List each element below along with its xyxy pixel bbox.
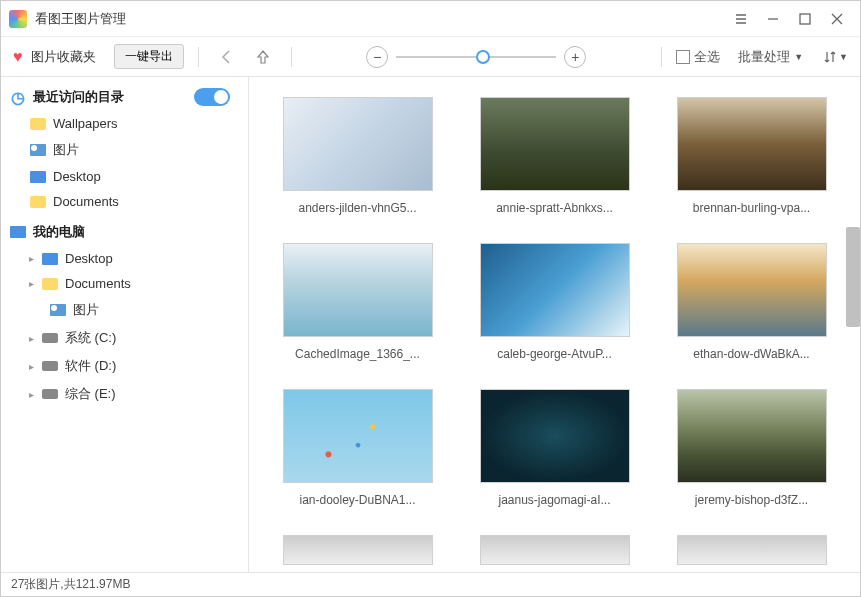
- monitor-icon: [42, 253, 58, 265]
- sidebar-item-wallpapers[interactable]: Wallpapers: [1, 111, 248, 136]
- expand-icon[interactable]: ▸: [29, 333, 39, 344]
- thumbnail-label: jaanus-jagomagi-aI...: [498, 493, 610, 507]
- expand-icon[interactable]: ▸: [29, 389, 39, 400]
- status-text: 27张图片,共121.97MB: [11, 576, 130, 593]
- heart-icon: ♥: [13, 48, 23, 66]
- chevron-down-icon: ▼: [794, 52, 803, 62]
- thumbnail-image: [283, 535, 433, 565]
- thumbnail-item[interactable]: brennan-burling-vpa...: [673, 97, 830, 215]
- main: ◷ 最近访问的目录 Wallpapers 图片 Desktop Document…: [1, 77, 860, 572]
- thumbnail-image: [283, 243, 433, 337]
- thumbnail-image: [677, 389, 827, 483]
- up-button[interactable]: [249, 43, 277, 71]
- sidebar-item-documents[interactable]: Documents: [1, 189, 248, 214]
- thumbnail-item[interactable]: jaanus-jagomagi-aI...: [476, 389, 633, 507]
- statusbar: 27张图片,共121.97MB: [1, 572, 860, 596]
- maximize-button[interactable]: [790, 5, 820, 33]
- scrollbar[interactable]: [846, 227, 860, 327]
- divider: [291, 47, 292, 67]
- thumbnail-image: [283, 97, 433, 191]
- thumbnail-item[interactable]: [279, 535, 436, 565]
- toolbar: ♥ 图片收藏夹 一键导出 − + 全选 批量处理 ▼ ▼: [1, 37, 860, 77]
- folder-icon: [42, 278, 58, 290]
- thumbnail-image: [677, 97, 827, 191]
- mycomputer-label: 我的电脑: [33, 223, 85, 241]
- thumbnail-item[interactable]: anders-jilden-vhnG5...: [279, 97, 436, 215]
- sidebar-item-pictures2[interactable]: 图片: [1, 296, 248, 324]
- thumbnail-label: annie-spratt-Abnkxs...: [496, 201, 613, 215]
- sort-button[interactable]: ▼: [823, 50, 848, 64]
- thumbnail-label: anders-jilden-vhnG5...: [298, 201, 416, 215]
- divider: [198, 47, 199, 67]
- thumbnail-item[interactable]: caleb-george-AtvuP...: [476, 243, 633, 361]
- expand-icon[interactable]: ▸: [29, 278, 39, 289]
- minimize-button[interactable]: [758, 5, 788, 33]
- chevron-down-icon: ▼: [839, 52, 848, 62]
- thumbnail-image: [480, 535, 630, 565]
- folder-icon: [30, 118, 46, 130]
- thumbnail-image: [480, 97, 630, 191]
- expand-icon[interactable]: ▸: [29, 253, 39, 264]
- titlebar: 看图王图片管理: [1, 1, 860, 37]
- folder-icon: [30, 196, 46, 208]
- content-area: anders-jilden-vhnG5... annie-spratt-Abnk…: [249, 77, 860, 572]
- thumbnail-label: ian-dooley-DuBNA1...: [299, 493, 415, 507]
- sidebar-item-drive-c[interactable]: ▸系统 (C:): [1, 324, 248, 352]
- svg-rect-0: [800, 14, 810, 24]
- expand-icon[interactable]: ▸: [29, 361, 39, 372]
- thumbnail-image: [480, 243, 630, 337]
- select-all-checkbox[interactable]: 全选: [676, 48, 720, 66]
- batch-label: 批量处理: [738, 48, 790, 66]
- app-icon: [9, 10, 27, 28]
- back-button[interactable]: [213, 43, 241, 71]
- select-all-label: 全选: [694, 48, 720, 66]
- clock-icon: ◷: [9, 90, 27, 104]
- favorites-label[interactable]: 图片收藏夹: [31, 48, 96, 66]
- disk-icon: [42, 389, 58, 399]
- checkbox-icon: [676, 50, 690, 64]
- thumbnail-item[interactable]: CachedImage_1366_...: [279, 243, 436, 361]
- export-button[interactable]: 一键导出: [114, 44, 184, 69]
- sidebar-item-documents2[interactable]: ▸Documents: [1, 271, 248, 296]
- zoom-thumb[interactable]: [476, 50, 490, 64]
- thumbnail-image: [677, 243, 827, 337]
- thumbnail-grid: anders-jilden-vhnG5... annie-spratt-Abnk…: [279, 97, 830, 565]
- thumbnail-label: ethan-dow-dWaBkA...: [693, 347, 809, 361]
- thumbnail-image: [283, 389, 433, 483]
- thumbnail-label: CachedImage_1366_...: [295, 347, 420, 361]
- sidebar-recent[interactable]: ◷ 最近访问的目录: [1, 83, 248, 111]
- recent-label: 最近访问的目录: [33, 88, 124, 106]
- sidebar-item-desktop[interactable]: Desktop: [1, 164, 248, 189]
- thumbnail-item[interactable]: ian-dooley-DuBNA1...: [279, 389, 436, 507]
- sidebar: ◷ 最近访问的目录 Wallpapers 图片 Desktop Document…: [1, 77, 249, 572]
- sidebar-item-desktop2[interactable]: ▸Desktop: [1, 246, 248, 271]
- sidebar-item-pictures[interactable]: 图片: [1, 136, 248, 164]
- thumbnail-item[interactable]: [476, 535, 633, 565]
- photo-icon: [30, 144, 46, 156]
- sidebar-item-drive-e[interactable]: ▸综合 (E:): [1, 380, 248, 408]
- disk-icon: [42, 333, 58, 343]
- zoom-out-button[interactable]: −: [366, 46, 388, 68]
- sidebar-item-drive-d[interactable]: ▸软件 (D:): [1, 352, 248, 380]
- zoom-track[interactable]: [396, 56, 556, 58]
- recent-toggle[interactable]: [194, 88, 230, 106]
- thumbnail-item[interactable]: jeremy-bishop-d3fZ...: [673, 389, 830, 507]
- photo-icon: [50, 304, 66, 316]
- thumbnail-item[interactable]: annie-spratt-Abnkxs...: [476, 97, 633, 215]
- close-button[interactable]: [822, 5, 852, 33]
- pc-icon: [10, 226, 26, 238]
- window-title: 看图王图片管理: [35, 10, 726, 28]
- sidebar-mycomputer[interactable]: 我的电脑: [1, 218, 248, 246]
- thumbnail-image: [480, 389, 630, 483]
- batch-dropdown[interactable]: 批量处理 ▼: [738, 48, 803, 66]
- thumbnail-item[interactable]: [673, 535, 830, 565]
- divider: [661, 47, 662, 67]
- thumbnail-item[interactable]: ethan-dow-dWaBkA...: [673, 243, 830, 361]
- thumbnail-image: [677, 535, 827, 565]
- menu-button[interactable]: [726, 5, 756, 33]
- zoom-slider: − +: [306, 46, 648, 68]
- monitor-icon: [30, 171, 46, 183]
- zoom-in-button[interactable]: +: [564, 46, 586, 68]
- thumbnail-label: jeremy-bishop-d3fZ...: [695, 493, 808, 507]
- thumbnail-label: caleb-george-AtvuP...: [497, 347, 612, 361]
